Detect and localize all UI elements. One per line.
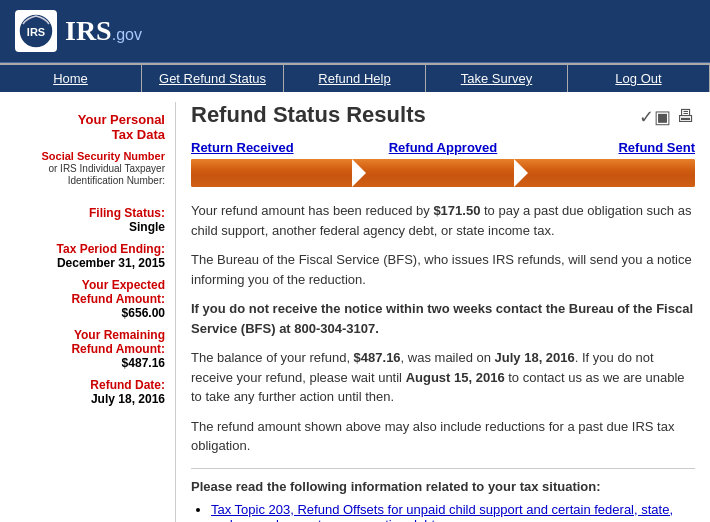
read-section: Please read the following information re… (191, 468, 695, 523)
tax-period-label: Tax Period Ending: (15, 242, 165, 256)
nav-item-home[interactable]: Home (0, 65, 142, 92)
refund-date-value: July 18, 2016 (15, 392, 165, 406)
nav-item-logout[interactable]: Log Out (568, 65, 710, 92)
page-header: IRS IRS.gov (0, 0, 710, 62)
expected-refund-label: Your ExpectedRefund Amount: (15, 278, 165, 306)
read-section-title: Please read the following information re… (191, 479, 695, 494)
sidebar-title: Your Personal Tax Data (15, 112, 165, 142)
logo-gov: .gov (112, 26, 142, 43)
nav-link-survey[interactable]: Take Survey (426, 65, 567, 92)
message-2: The Bureau of the Fiscal Service (BFS), … (191, 250, 695, 289)
nav-link-logout[interactable]: Log Out (568, 65, 709, 92)
sidebar: Your Personal Tax Data Social Security N… (0, 102, 175, 522)
nav-link-refund-help[interactable]: Refund Help (284, 65, 425, 92)
filing-status-label: Filing Status: (15, 206, 165, 220)
message-4: The balance of your refund, $487.16, was… (191, 348, 695, 407)
read-link-1[interactable]: Tax Topic 203, Refund Offsets for unpaid… (211, 502, 673, 523)
progress-bar-fill (191, 159, 695, 187)
expected-refund-value: $656.00 (15, 306, 165, 320)
print-preview-icon[interactable]: ✓▣ (639, 106, 671, 128)
svg-text:IRS: IRS (27, 26, 45, 38)
nav-item-refund-help[interactable]: Refund Help (284, 65, 426, 92)
step3-label: Refund Sent (527, 140, 695, 155)
irs-logo-icon: IRS (15, 10, 57, 52)
nav-item-survey[interactable]: Take Survey (426, 65, 568, 92)
chevron-divider-2 (514, 159, 528, 187)
read-links: Tax Topic 203, Refund Offsets for unpaid… (191, 502, 695, 523)
logo-wordmark: IRS.gov (65, 15, 142, 47)
read-link-item-1: Tax Topic 203, Refund Offsets for unpaid… (211, 502, 695, 523)
message-3: If you do not receive the notice within … (191, 299, 695, 338)
remaining-refund-value: $487.16 (15, 356, 165, 370)
main-content: Your Personal Tax Data Social Security N… (0, 92, 710, 522)
message-5: The refund amount shown above may also i… (191, 417, 695, 456)
filing-status-value: Single (15, 220, 165, 234)
nav-link-home[interactable]: Home (0, 65, 141, 92)
content-area: Refund Status Results ✓▣ 🖶 Return Receiv… (175, 102, 710, 522)
remaining-refund-label: Your RemainingRefund Amount: (15, 328, 165, 356)
progress-section: Return Received Refund Approved Refund S… (191, 140, 695, 187)
main-nav: Home Get Refund Status Refund Help Take … (0, 62, 710, 92)
nav-item-refund-status[interactable]: Get Refund Status (142, 65, 284, 92)
page-title: Refund Status Results (191, 102, 426, 128)
step2-label: Refund Approved (359, 140, 527, 155)
ssn-label: Social Security Numberor IRS Individual … (15, 150, 165, 186)
content-header: Refund Status Results ✓▣ 🖶 (191, 102, 695, 128)
chevron-divider-1 (352, 159, 366, 187)
header-actions: ✓▣ 🖶 (639, 106, 695, 128)
ssn-value (15, 186, 165, 198)
print-icon[interactable]: 🖶 (677, 106, 695, 128)
nav-link-refund-status[interactable]: Get Refund Status (142, 65, 283, 92)
tax-period-value: December 31, 2015 (15, 256, 165, 270)
step1-label: Return Received (191, 140, 359, 155)
message-1: Your refund amount has been reduced by $… (191, 201, 695, 240)
refund-date-label: Refund Date: (15, 378, 165, 392)
logo-irs: IRS (65, 15, 112, 46)
progress-bar (191, 159, 695, 187)
progress-labels: Return Received Refund Approved Refund S… (191, 140, 695, 155)
